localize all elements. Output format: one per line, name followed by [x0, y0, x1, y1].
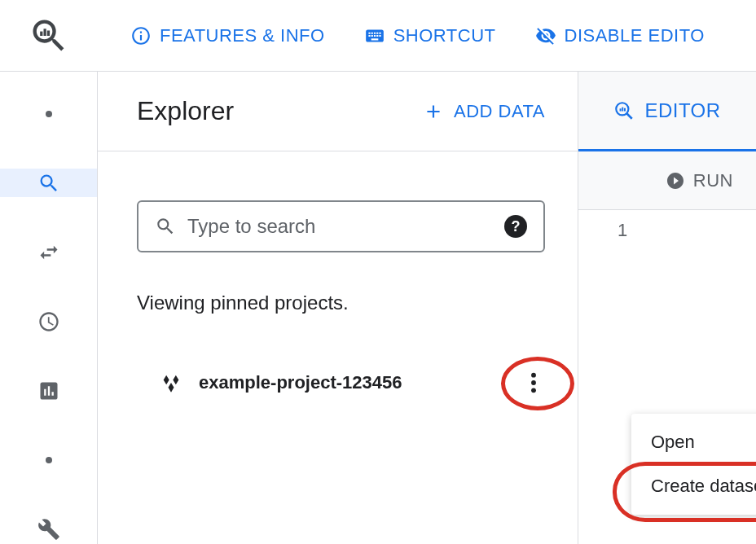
- svg-point-4: [531, 380, 536, 385]
- editor-tab-label: EDITOR: [644, 99, 720, 122]
- svg-line-7: [627, 113, 633, 119]
- plus-icon: [423, 101, 444, 122]
- rail-item-dot-2[interactable]: [0, 446, 97, 475]
- play-circle-icon: [666, 171, 685, 191]
- rail-item-transfers[interactable]: [0, 238, 97, 266]
- left-navigation-rail: [0, 72, 98, 544]
- keyboard-icon: [364, 25, 385, 46]
- more-vert-icon: [530, 371, 537, 394]
- search-icon: [155, 216, 176, 237]
- svg-rect-0: [40, 31, 42, 35]
- app-logo: [0, 15, 98, 57]
- rail-item-search[interactable]: [0, 169, 97, 197]
- rail-item-dot-1[interactable]: [0, 99, 97, 128]
- features-info-button[interactable]: FEATURES & INFO: [130, 25, 325, 46]
- svg-point-3: [531, 373, 536, 378]
- info-icon: [130, 25, 152, 46]
- menu-item-create-dataset[interactable]: Create dataset: [631, 464, 756, 508]
- shortcut-label: SHORTCUT: [393, 25, 496, 46]
- svg-rect-2: [47, 30, 50, 36]
- project-context-menu: Open Create dataset: [631, 414, 756, 515]
- rail-item-monitoring[interactable]: [0, 377, 97, 406]
- svg-rect-8: [620, 108, 622, 111]
- project-row[interactable]: example-project-123456: [137, 371, 545, 394]
- run-button[interactable]: RUN: [666, 170, 733, 191]
- monitoring-icon: [37, 379, 60, 402]
- add-data-button[interactable]: ADD DATA: [423, 101, 545, 122]
- disable-editor-button[interactable]: DISABLE EDITO: [535, 25, 705, 46]
- bigquery-logo-icon: [28, 15, 70, 57]
- dot-icon: [46, 457, 52, 463]
- shortcut-button[interactable]: SHORTCUT: [364, 25, 496, 46]
- search-icon: [37, 172, 60, 195]
- help-icon[interactable]: ?: [504, 215, 527, 238]
- search-box[interactable]: ?: [137, 200, 545, 252]
- swap-horiz-icon: [37, 241, 60, 264]
- wrench-icon: [37, 518, 60, 541]
- svg-rect-1: [44, 29, 46, 36]
- top-toolbar: FEATURES & INFO SHORTCUT DISABLE EDITO: [0, 0, 756, 72]
- disable-editor-label: DISABLE EDITO: [565, 25, 705, 46]
- project-hex-icon: [160, 371, 182, 394]
- add-data-label: ADD DATA: [454, 101, 545, 122]
- project-name: example-project-123456: [199, 372, 402, 393]
- features-info-label: FEATURES & INFO: [160, 25, 325, 46]
- rail-item-history[interactable]: [0, 307, 97, 336]
- query-icon: [613, 100, 635, 121]
- clock-icon: [37, 310, 60, 333]
- visibility-off-icon: [535, 25, 556, 46]
- explorer-title: Explorer: [137, 96, 234, 126]
- editor-tab[interactable]: EDITOR: [578, 72, 756, 151]
- svg-point-5: [531, 388, 536, 393]
- run-label: RUN: [693, 170, 733, 191]
- project-actions-button[interactable]: [517, 366, 550, 399]
- explorer-panel: Explorer ADD DATA ? Viewing pinned proje…: [98, 72, 578, 544]
- menu-item-open[interactable]: Open: [631, 420, 756, 464]
- search-input[interactable]: [187, 215, 493, 238]
- dot-icon: [46, 111, 52, 117]
- line-number: 1: [618, 220, 756, 241]
- rail-item-settings[interactable]: [0, 515, 97, 544]
- svg-rect-9: [622, 107, 624, 111]
- svg-rect-10: [624, 107, 626, 111]
- pinned-projects-message: Viewing pinned projects.: [137, 292, 545, 314]
